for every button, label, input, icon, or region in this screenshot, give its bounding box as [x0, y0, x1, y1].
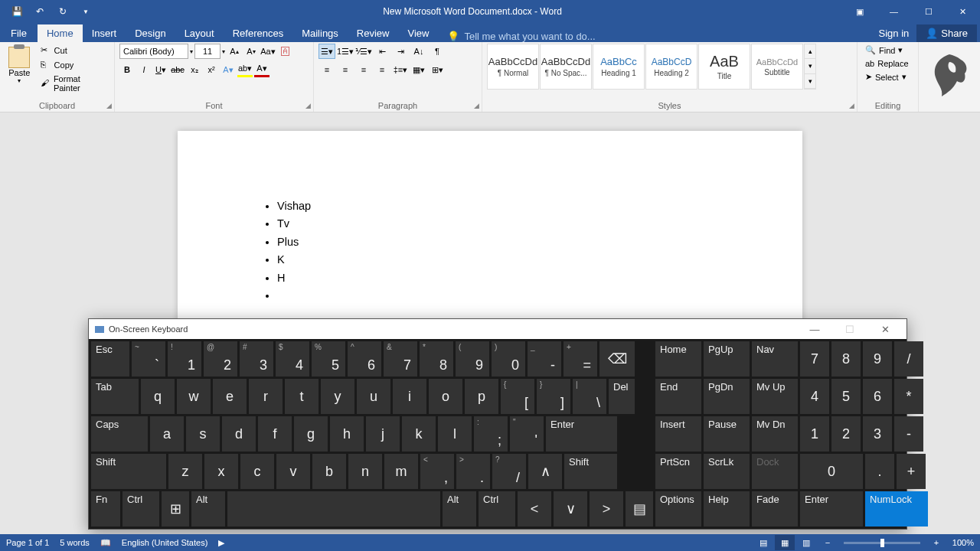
key-[interactable]: += — [564, 341, 597, 377]
key-n[interactable]: n — [348, 454, 382, 489]
tab-design[interactable]: Design — [126, 24, 175, 42]
maximize-icon[interactable]: ☐ — [911, 0, 946, 23]
key-0[interactable]: )0 — [492, 341, 525, 377]
inc-indent-button[interactable]: ⇥ — [392, 44, 409, 59]
numkey-8[interactable]: 8 — [831, 341, 861, 377]
numkey-*[interactable]: * — [894, 379, 923, 414]
web-layout-icon[interactable]: ▥ — [796, 535, 816, 550]
style-subtitle[interactable]: AaBbCcDdSubtitle — [751, 44, 803, 90]
key-2[interactable]: @2 — [204, 341, 237, 377]
undo-icon[interactable]: ↶ — [29, 1, 51, 22]
key-[interactable]: < — [518, 491, 551, 527]
find-button[interactable]: 🔍Find ▾ — [862, 44, 913, 57]
styles-up-icon[interactable]: ▴ — [805, 44, 815, 59]
key-dock[interactable]: Dock — [752, 454, 798, 489]
key-9[interactable]: (9 — [456, 341, 489, 377]
key-4[interactable]: $4 — [276, 341, 309, 377]
key-esc[interactable]: Esc — [91, 341, 129, 377]
key-a[interactable]: a — [150, 416, 184, 452]
list-item[interactable] — [277, 289, 726, 302]
numkey-enter[interactable]: Enter — [800, 491, 863, 527]
key-j[interactable]: j — [366, 416, 400, 452]
key-[interactable] — [227, 491, 440, 527]
key-z[interactable]: z — [168, 454, 202, 489]
tell-me-search[interactable]: 💡 Tell me what you want to do... — [447, 31, 595, 42]
zoom-in-icon[interactable]: + — [926, 535, 946, 550]
superscript-button[interactable]: x² — [204, 62, 219, 77]
numkey-numlock[interactable]: NumLock — [865, 491, 928, 527]
key-3[interactable]: #3 — [240, 341, 273, 377]
key-shift[interactable]: Shift — [564, 454, 617, 489]
key-u[interactable]: u — [357, 379, 390, 414]
tab-mailings[interactable]: Mailings — [292, 24, 348, 42]
key-g[interactable]: g — [294, 416, 328, 452]
line-spacing-button[interactable]: ‡≡▾ — [392, 62, 409, 77]
key-[interactable]: ⌫ — [599, 341, 635, 377]
key-b[interactable]: b — [312, 454, 346, 489]
style--no-spac-[interactable]: AaBbCcDd¶ No Spac... — [540, 44, 592, 90]
highlight-button[interactable]: ab▾ — [237, 62, 253, 77]
grow-font-button[interactable]: A▴ — [227, 44, 242, 59]
osk-maximize-icon[interactable]: ☐ — [835, 324, 865, 335]
styles-more-icon[interactable]: ▾ — [805, 74, 815, 89]
ribbon-display-icon[interactable]: ▣ — [842, 0, 877, 23]
key-[interactable]: {[ — [501, 379, 534, 414]
zoom-slider[interactable] — [844, 542, 920, 544]
style-heading-[interactable]: AaBbCcHeading 1 — [593, 44, 645, 90]
key-ctrl[interactable]: Ctrl — [479, 491, 515, 527]
key-help[interactable]: Help — [704, 491, 750, 527]
tab-review[interactable]: Review — [348, 24, 399, 42]
dec-indent-button[interactable]: ⇤ — [374, 44, 390, 59]
cut-button[interactable]: ✂Cut — [38, 44, 109, 57]
font-color-button[interactable]: A▾ — [254, 62, 270, 77]
key-[interactable]: <, — [420, 454, 454, 489]
key-[interactable]: >. — [456, 454, 490, 489]
osk-close-icon[interactable]: ✕ — [870, 324, 900, 335]
key-l[interactable]: l — [438, 416, 472, 452]
key-end[interactable]: End — [655, 379, 701, 414]
read-mode-icon[interactable]: ▤ — [753, 535, 773, 550]
key-del[interactable]: Del — [609, 379, 635, 414]
list-item[interactable]: Plus — [277, 236, 726, 249]
proofing-icon[interactable]: 📖 — [100, 538, 111, 548]
select-button[interactable]: ➤Select ▾ — [862, 70, 913, 83]
key-[interactable]: :; — [474, 416, 508, 452]
styles-launcher-icon[interactable]: ◢ — [849, 102, 854, 109]
key-r[interactable]: r — [249, 379, 283, 414]
numkey-7[interactable]: 7 — [800, 341, 829, 377]
font-name-dropdown-icon[interactable]: ▾ — [190, 48, 193, 55]
qat-dropdown-icon[interactable]: ▼ — [75, 1, 96, 22]
key-[interactable]: |\ — [573, 379, 606, 414]
sort-button[interactable]: A↓ — [410, 44, 427, 59]
key-[interactable]: ?/ — [492, 454, 526, 489]
change-case-button[interactable]: Aa▾ — [260, 44, 276, 59]
justify-button[interactable]: ≡ — [374, 62, 390, 77]
numkey-5[interactable]: 5 — [831, 379, 861, 414]
numkey-/[interactable]: / — [894, 341, 923, 377]
text-effects-button[interactable]: A▾ — [220, 62, 236, 77]
key-8[interactable]: *8 — [420, 341, 453, 377]
key-[interactable]: ∧ — [528, 454, 562, 489]
key-e[interactable]: e — [213, 379, 247, 414]
key-ctrl[interactable]: Ctrl — [122, 491, 159, 527]
list-item[interactable]: K — [277, 253, 726, 266]
strike-button[interactable]: abc — [170, 62, 185, 77]
key-tab[interactable]: Tab — [91, 379, 139, 414]
key-fn[interactable]: Fn — [91, 491, 120, 527]
key-p[interactable]: p — [465, 379, 498, 414]
key-alt[interactable]: Alt — [191, 491, 225, 527]
key-fade[interactable]: Fade — [752, 491, 798, 527]
numkey-1[interactable]: 1 — [800, 416, 829, 452]
signin-button[interactable]: Sign in — [871, 24, 917, 42]
show-marks-button[interactable]: ¶ — [429, 44, 446, 59]
align-center-button[interactable]: ≡ — [337, 62, 354, 77]
numkey-.[interactable]: . — [865, 454, 894, 489]
key-[interactable]: }] — [537, 379, 570, 414]
styles-down-icon[interactable]: ▾ — [805, 59, 815, 73]
italic-button[interactable]: I — [136, 62, 152, 77]
numkey-2[interactable]: 2 — [831, 416, 861, 452]
key-nav[interactable]: Nav — [752, 341, 798, 377]
key-[interactable]: ∨ — [554, 491, 587, 527]
key-6[interactable]: ^6 — [348, 341, 381, 377]
key-v[interactable]: v — [276, 454, 310, 489]
